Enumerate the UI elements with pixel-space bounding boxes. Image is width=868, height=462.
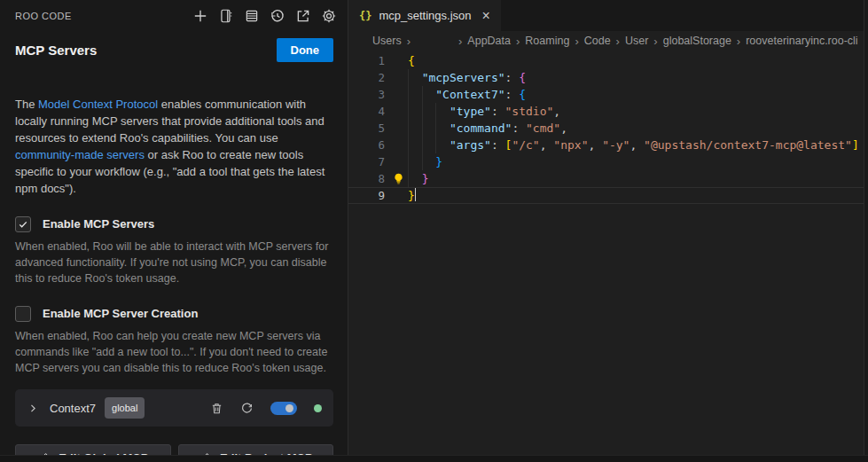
enable-creation-row: Enable MCP Server Creation	[15, 305, 333, 322]
lightbulb-icon[interactable]	[393, 173, 404, 184]
code-line[interactable]: 9}	[348, 187, 868, 204]
history-icon[interactable]	[270, 8, 285, 24]
code-token: ,	[588, 138, 602, 152]
code-token: "type"	[450, 105, 491, 118]
code-token: ,	[560, 121, 567, 135]
code-token: ,	[629, 138, 644, 152]
editor-scrollbar[interactable]	[864, 0, 868, 462]
code-line[interactable]: 5"command": "cmd",	[348, 120, 868, 137]
indent-guide	[422, 86, 436, 103]
breadcrumb-item[interactable]: User	[625, 35, 648, 47]
line-number: 4	[348, 103, 385, 120]
intro-text-part: The	[15, 98, 38, 111]
line-number: 7	[348, 153, 385, 170]
code-line[interactable]: 6"args": ["/c", "npx", "-y", "@upstash/c…	[348, 137, 868, 153]
enable-creation-label: Enable MCP Server Creation	[43, 305, 198, 322]
tab-mcp-settings[interactable]: {} mcp_settings.json ×	[348, 0, 501, 31]
code-line[interactable]: 8}	[348, 170, 868, 187]
indent-guide	[408, 170, 422, 187]
code-line[interactable]: 4"type": "stdio",	[348, 103, 868, 120]
code-token: :	[491, 105, 505, 118]
panel-header: ROO CODE	[0, 0, 348, 24]
breadcrumb-separator-icon: ›	[407, 35, 411, 48]
code-token: :	[505, 88, 520, 101]
open-external-icon[interactable]	[295, 8, 311, 24]
code-line[interactable]: 7}	[348, 153, 868, 170]
notebook-icon[interactable]	[218, 8, 234, 24]
line-number: 3	[348, 86, 385, 103]
panel-toolbar	[192, 8, 337, 24]
indent-guide	[435, 103, 450, 120]
breadcrumb-item[interactable]: Code	[584, 35, 611, 47]
model-context-protocol-link[interactable]: Model Context Protocol	[38, 98, 158, 111]
page-header: MCP Servers Done	[0, 24, 348, 62]
code-token: "-y"	[602, 138, 629, 152]
code-token: "@upstash/context7-mcp@latest"	[644, 138, 852, 152]
roo-code-panel: ROO CODE	[0, 0, 348, 462]
app-window: ROO CODE	[0, 0, 868, 462]
breadcrumb-separator-icon: ›	[616, 35, 620, 48]
code-token: ]	[852, 138, 859, 152]
server-enabled-toggle[interactable]	[270, 402, 297, 415]
indent-guide	[422, 120, 436, 137]
code-lines[interactable]: 1{2"mcpServers": {3"Context7": {4"type":…	[348, 52, 868, 462]
breadcrumb-separator-icon: ›	[516, 35, 520, 48]
breadcrumb-separator-icon: ›	[575, 35, 578, 48]
server-name[interactable]: Context7	[50, 400, 96, 417]
line-number: 2	[348, 69, 385, 86]
breadcrumb-item[interactable]: Roaming	[525, 35, 569, 47]
restart-icon[interactable]	[240, 402, 254, 415]
server-stack-icon[interactable]	[244, 8, 260, 24]
intro-text: The Model Context Protocol enables commu…	[15, 96, 333, 197]
enable-mcp-row: Enable MCP Servers	[15, 215, 333, 232]
indent-guide	[408, 153, 422, 170]
code-token: "stdio"	[505, 105, 554, 118]
enable-mcp-description: When enabled, Roo will be able to intera…	[15, 239, 333, 286]
breadcrumb-separator-icon: ›	[653, 35, 657, 48]
code-token: "command"	[450, 121, 512, 135]
community-made-servers-link[interactable]: community-made servers	[15, 148, 145, 161]
line-content: }	[385, 187, 868, 204]
page-title: MCP Servers	[15, 43, 97, 58]
code-token: {	[519, 88, 526, 101]
editor-pane: {} mcp_settings.json × Users››AppData›Ro…	[348, 0, 868, 462]
done-button[interactable]: Done	[277, 38, 334, 62]
indent-guide	[408, 86, 422, 103]
toggle-knob	[285, 404, 293, 412]
line-content: "command": "cmd",	[385, 120, 868, 137]
code-token: }	[435, 155, 442, 168]
breadcrumb-item[interactable]: rooveterinaryinc.roo-cli	[746, 35, 857, 47]
trash-icon[interactable]	[210, 402, 223, 415]
line-number: 9	[348, 187, 385, 204]
indent-guide	[408, 103, 422, 120]
indent-guide	[435, 137, 450, 153]
line-content: "type": "stdio",	[385, 103, 868, 120]
code-line[interactable]: 3"Context7": {	[348, 86, 868, 103]
code-token: "npx"	[553, 138, 588, 152]
line-number: 5	[348, 120, 385, 137]
code-token: "cmd"	[526, 121, 560, 135]
code-token: :	[491, 138, 505, 152]
panel-body: The Model Context Protocol enables commu…	[0, 74, 348, 462]
plus-icon[interactable]	[192, 8, 208, 24]
line-number: 8	[348, 170, 385, 187]
code-line[interactable]: 1{	[348, 52, 868, 69]
breadcrumb-item[interactable]: Users	[372, 35, 402, 47]
chevron-right-icon[interactable]	[27, 403, 39, 414]
code-token: "Context7"	[435, 88, 504, 101]
breadcrumb-item[interactable]: AppData	[467, 35, 511, 47]
breadcrumb-item[interactable]: globalStorage	[663, 35, 731, 47]
server-row-controls	[210, 402, 322, 415]
enable-mcp-label: Enable MCP Servers	[43, 215, 154, 232]
close-icon[interactable]: ×	[482, 9, 490, 23]
breadcrumb-separator-icon: ›	[737, 35, 740, 48]
enable-creation-checkbox[interactable]	[15, 306, 31, 322]
tab-filename: mcp_settings.json	[379, 9, 471, 22]
code-line[interactable]: 2"mcpServers": {	[348, 69, 868, 86]
line-number: 1	[348, 52, 385, 69]
code-token: "args"	[450, 138, 491, 152]
gear-icon[interactable]	[321, 8, 337, 24]
enable-mcp-checkbox[interactable]	[15, 216, 31, 232]
enable-creation-description: When enabled, Roo can help you create ne…	[15, 328, 333, 376]
line-content: }	[385, 170, 868, 187]
